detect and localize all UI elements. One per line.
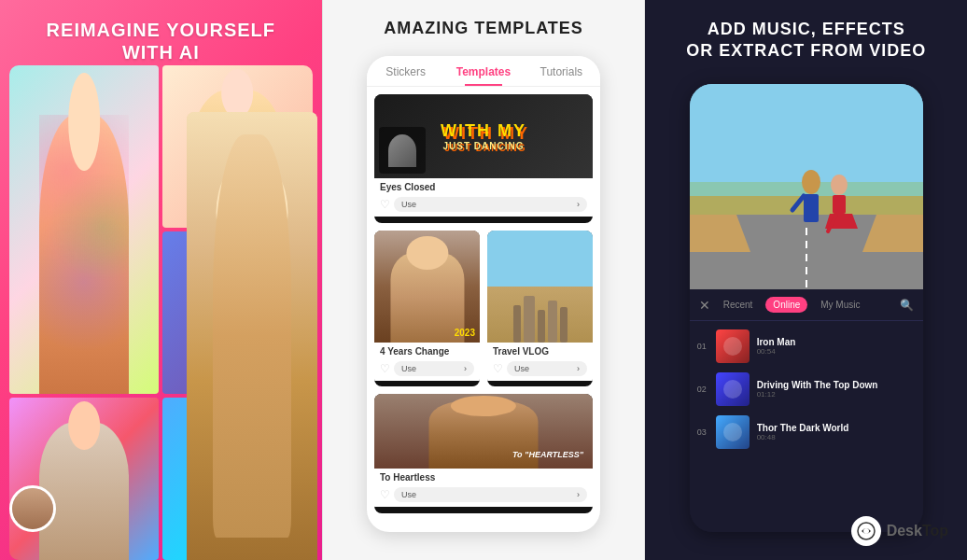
tab-stickers[interactable]: Stickers — [367, 65, 444, 86]
panel-ai: REIMAGINE YOURSELF WITH AI — [0, 0, 322, 560]
heart-icon[interactable]: ♡ — [380, 198, 390, 211]
template-actions: ♡ Use › — [374, 194, 593, 217]
song-title-2: Driving With The Top Down — [757, 380, 916, 390]
close-icon[interactable]: ✕ — [699, 298, 710, 313]
road-scene-svg — [690, 84, 923, 289]
tab-recent[interactable]: Recent — [716, 297, 761, 313]
svg-point-5 — [802, 170, 820, 194]
music-tabs: ✕ Recent Online My Music 🔍 — [690, 289, 923, 321]
template-thumb-boy: To "HEARTLESS" — [374, 394, 593, 469]
phone-mockup-music: ✕ Recent Online My Music 🔍 01 — [690, 84, 923, 532]
svg-rect-6 — [804, 194, 819, 222]
tall-girl-photo — [187, 112, 317, 560]
watermark: DeskTop — [851, 516, 948, 546]
avatar — [9, 485, 56, 532]
template-thumb-girl: 2023 — [374, 231, 480, 343]
panel-templates: AMAZING TEMPLATES Stickers Templates Tut… — [322, 0, 646, 560]
search-icon[interactable]: 🔍 — [900, 299, 914, 312]
song-duration-3: 00:48 — [757, 433, 916, 441]
heart-icon-2[interactable]: ♡ — [380, 362, 390, 375]
tab-my-music[interactable]: My Music — [813, 297, 867, 313]
watermark-icon — [851, 516, 881, 546]
template-thumb-ruins — [487, 231, 593, 343]
phone-mockup-templates: Stickers Templates Tutorials WITH MY JUS… — [367, 56, 600, 532]
templates-grid: WITH MY JUST DANCING Eyes Closed ♡ Use › — [367, 87, 600, 521]
use-button-travel[interactable]: Use › — [507, 361, 587, 376]
template-4-years-change[interactable]: 2023 4 Years Change ♡ Use › — [374, 231, 480, 387]
panel-3-title: ADD MUSIC, EFFECTS OR EXTRACT FROM VIDEO — [645, 19, 967, 61]
music-item-1[interactable]: 01 Iron Man 00:54 — [690, 325, 923, 368]
song-title-1: Iron Man — [757, 337, 916, 347]
use-button-4years[interactable]: Use › — [394, 361, 474, 376]
heart-icon-4[interactable]: ♡ — [493, 362, 503, 375]
use-button-eyes-closed[interactable]: Use › — [394, 197, 587, 212]
song-title-3: Thor The Dark World — [757, 423, 916, 433]
song-number-2: 02 — [697, 385, 708, 394]
svg-point-8 — [831, 175, 848, 195]
panel-1-title: REIMAGINE YOURSELF WITH AI — [0, 19, 322, 63]
music-item-2[interactable]: 02 Driving With The Top Down 01:12 — [690, 368, 923, 411]
song-duration-1: 00:54 — [757, 347, 916, 356]
music-item-3[interactable]: 03 Thor The Dark World 00:48 — [690, 411, 923, 454]
ai-photo-floral-woman — [9, 65, 159, 394]
song-thumb-1 — [716, 329, 750, 363]
template-to-heartless[interactable]: To "HEARTLESS" To Heartless ♡ Use › — [374, 394, 593, 513]
desktop-logo-svg — [857, 522, 876, 540]
use-button-heartless[interactable]: Use › — [394, 487, 587, 502]
panel-music: ADD MUSIC, EFFECTS OR EXTRACT FROM VIDEO — [645, 0, 967, 560]
ai-photo-woman-flowers — [9, 398, 159, 560]
music-list: 01 Iron Man 00:54 02 — [690, 321, 923, 457]
template-travel-vlog[interactable]: Travel VLOG ♡ Use › — [487, 231, 593, 387]
song-info-2: Driving With The Top Down 01:12 — [757, 380, 916, 399]
song-info-3: Thor The Dark World 00:48 — [757, 423, 916, 441]
song-duration-2: 01:12 — [757, 390, 916, 399]
heart-icon-3[interactable]: ♡ — [380, 488, 390, 501]
road-background — [690, 84, 923, 289]
panel-2-title: AMAZING TEMPLATES — [323, 19, 645, 38]
tab-tutorials[interactable]: Tutorials — [523, 65, 600, 86]
tabs-bar: Stickers Templates Tutorials — [367, 56, 600, 87]
template-eyes-closed[interactable]: WITH MY JUST DANCING Eyes Closed ♡ Use › — [374, 94, 593, 223]
song-info-1: Iron Man 00:54 — [757, 337, 916, 356]
tab-online[interactable]: Online — [765, 297, 807, 313]
tab-templates[interactable]: Templates — [444, 65, 522, 86]
song-thumb-3 — [716, 415, 750, 449]
svg-point-13 — [863, 528, 869, 534]
template-thumb-eyes-closed: WITH MY JUST DANCING — [374, 94, 593, 178]
song-thumb-2 — [716, 372, 750, 406]
template-name: Eyes Closed — [380, 182, 587, 192]
template-info-eyes-closed: Eyes Closed — [374, 178, 593, 194]
watermark-label: DeskTop — [887, 523, 948, 539]
svg-rect-9 — [833, 195, 846, 214]
music-panel: ✕ Recent Online My Music 🔍 01 — [690, 289, 923, 532]
song-number-1: 01 — [697, 342, 708, 351]
song-number-3: 03 — [697, 427, 708, 437]
video-thumbnail — [690, 84, 923, 289]
